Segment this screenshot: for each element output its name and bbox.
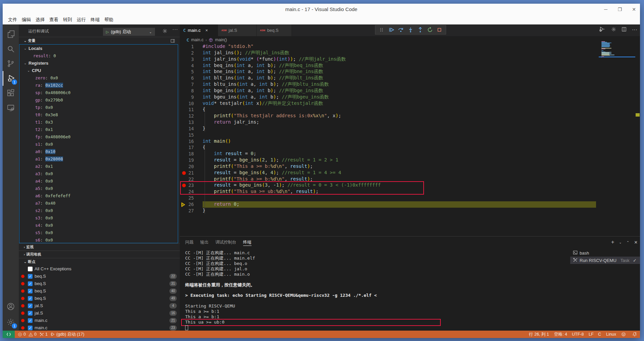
variable-sp[interactable]: sp: 0x408006c0: [19, 89, 178, 96]
menu-3[interactable]: 查看: [47, 15, 61, 24]
variable-s6[interactable]: s6: 0x0: [19, 236, 178, 243]
panel-tab-问题[interactable]: 问题: [185, 236, 194, 248]
tab-jal.S[interactable]: ASMjal.S: [218, 24, 257, 36]
maximize-panel-icon[interactable]: ⌃: [627, 241, 629, 244]
menu-1[interactable]: 编辑: [19, 15, 33, 24]
feedback-icon[interactable]: [621, 331, 626, 338]
variable-t0[interactable]: t0: 0x3e8: [19, 111, 178, 118]
tree-group-Locals[interactable]: ⌄Locals: [19, 45, 178, 52]
activity-settings-icon[interactable]: 1: [3, 315, 19, 330]
menu-6[interactable]: 终端: [88, 15, 102, 24]
section-callstack[interactable]: › 调用堆栈: [19, 251, 180, 258]
breakpoint-item[interactable]: ✓beq.S22: [19, 273, 180, 280]
notifications-bell-icon[interactable]: [632, 331, 637, 338]
breakpoint-item[interactable]: ✓main.c23: [19, 324, 180, 331]
breakpoint-checkbox[interactable]: ✓: [28, 289, 33, 293]
step-over-icon[interactable]: [397, 26, 404, 33]
tab-beq.S[interactable]: ASMbeq.S: [257, 24, 292, 36]
menu-4[interactable]: 转到: [61, 15, 74, 24]
more-actions-icon[interactable]: ···: [172, 26, 178, 32]
minimize-button[interactable]: ─: [603, 7, 608, 12]
debug-settings-gear-icon[interactable]: [162, 28, 167, 35]
breakpoint-checkbox[interactable]: ✓: [28, 274, 33, 279]
breakpoint-checkbox[interactable]: ✓: [28, 318, 33, 323]
panel-tab-调试控制台[interactable]: 调试控制台: [215, 236, 236, 248]
settings-gear-icon[interactable]: [611, 27, 616, 33]
variable-a6[interactable]: a6: 0xfefefeff: [19, 192, 178, 199]
terminal-list-item-bash[interactable]: bash: [570, 249, 640, 257]
code-line-9[interactable]: 9int bgeu_ins(int a, int b); //声明bgeu_in…: [180, 94, 640, 100]
code-line-25[interactable]: 25: [180, 195, 640, 201]
close-panel-icon[interactable]: ✕: [634, 240, 638, 245]
code-line-15[interactable]: 15: [180, 132, 640, 138]
variable-t1[interactable]: t1: 0x3: [19, 118, 178, 126]
eol[interactable]: LF: [589, 331, 594, 338]
titlebar[interactable]: main.c - 17 - Visual Studio Code ─ ❐ ✕: [3, 4, 640, 15]
breakpoint-item[interactable]: ✓beq.S40: [19, 287, 180, 295]
breakpoint-item[interactable]: ✓beq.S49: [19, 295, 180, 302]
code-line-14[interactable]: 14}: [180, 126, 640, 132]
debug-session-indicator[interactable]: (gdb) 启动 (17): [50, 331, 84, 338]
variable-a4[interactable]: a4: 0x0: [19, 177, 178, 185]
activity-extensions-icon[interactable]: [3, 86, 19, 100]
code-line-4[interactable]: 4int beq_ins(int a, int b); //声明beq_ins函…: [180, 63, 640, 69]
code-line-20[interactable]: 20 printf("This a >= b:%d\n", result);: [180, 163, 640, 170]
activity-account-icon[interactable]: [3, 299, 19, 314]
menu-2[interactable]: 选择: [33, 15, 47, 24]
variable-s2[interactable]: s2: 0x0: [19, 207, 178, 214]
code-line-3[interactable]: 3int jalr_ins(void* (*func)(int)); //声明j…: [180, 56, 640, 63]
maximize-button[interactable]: ❐: [617, 7, 623, 12]
language-mode[interactable]: C: [598, 331, 601, 338]
breakpoint-item[interactable]: All C++ Exceptions: [19, 265, 180, 273]
tasks-indicator[interactable]: 1: [40, 331, 48, 338]
code-line-13[interactable]: 13 return jalr_ins;: [180, 119, 640, 126]
variable-zero[interactable]: zero: 0x0: [19, 74, 178, 81]
os-indicator[interactable]: Linux: [606, 331, 616, 338]
panel-tab-终端[interactable]: 终端: [243, 236, 252, 248]
variable-s1[interactable]: s1: 0x0: [19, 140, 178, 148]
breakpoint-checkbox[interactable]: ✓: [28, 303, 33, 308]
code-line-16[interactable]: 16int main(): [180, 138, 640, 145]
step-into-icon[interactable]: [407, 26, 414, 33]
variable-t2[interactable]: t2: 0x1: [19, 126, 178, 133]
new-terminal-icon[interactable]: +: [611, 239, 614, 245]
section-breakpoints[interactable]: ⌄ 断点: [19, 258, 180, 265]
cursor-position[interactable]: 行 26, 列 1: [529, 331, 549, 338]
breakpoint-item[interactable]: ✓jal.S4: [19, 302, 180, 310]
terminal-list-item-Run RISCV-QEMU[interactable]: Run RISCV-QEMUTask✓: [570, 257, 640, 264]
breakpoint-checkbox[interactable]: ✓: [28, 326, 33, 330]
code-line-21[interactable]: 21 result = bge_ins(4, 4); //result = 1 …: [180, 170, 640, 176]
variable-s3[interactable]: s3: 0x0: [19, 214, 178, 221]
start-debug-icon[interactable]: ▷: [106, 30, 109, 34]
encoding[interactable]: UTF-8: [572, 331, 584, 338]
breakpoint-item[interactable]: ✓jal.S16: [19, 310, 180, 317]
code-line-11[interactable]: 11{: [180, 107, 640, 113]
tab-main.c[interactable]: Cmain.c×: [180, 24, 218, 36]
breakpoint-item[interactable]: ✓main.c21: [19, 317, 180, 324]
code-line-8[interactable]: 8int bge_ins(int a, int b); //声明bge_ins函…: [180, 88, 640, 94]
breakpoint-checkbox[interactable]: ✓: [28, 281, 33, 286]
close-tab-icon[interactable]: ×: [205, 28, 208, 33]
launch-config-dropdown[interactable]: ▷ (gdb) 启动 ⌄: [103, 28, 155, 36]
code-line-5[interactable]: 5int bne_ins(int a, int b); //声明bne_ins函…: [180, 69, 640, 75]
code-line-6[interactable]: 6int blt_ins(int a, int b); //声明blt_ins函…: [180, 75, 640, 81]
step-out-icon[interactable]: [417, 26, 424, 33]
code-line-26[interactable]: 26 return 0;: [180, 201, 640, 208]
variable-fp[interactable]: fp: 0x408006e0: [19, 133, 178, 140]
terminal-output[interactable]: CC -[M] 正在构建... main.cCC -[M] 正在构建... ma…: [185, 250, 568, 330]
activity-run-debug-icon[interactable]: 1: [3, 71, 19, 86]
open-panel-icon[interactable]: [170, 39, 175, 43]
code-line-1[interactable]: 1#include "stdio.h": [180, 44, 640, 50]
stop-icon[interactable]: [436, 26, 443, 33]
drag-grip-icon[interactable]: [378, 26, 385, 33]
code-line-12[interactable]: 12 printf("This testjalr address is:0x%x…: [180, 113, 640, 119]
variable-s4[interactable]: s4: 0x0: [19, 221, 178, 229]
warnings-indicator[interactable]: 0: [29, 331, 37, 338]
menu-7[interactable]: 帮助: [102, 15, 116, 24]
code-line-7[interactable]: 7int bltu_ins(int a, int b); //声明bltu_in…: [180, 81, 640, 88]
indentation[interactable]: 空格: 4: [554, 331, 567, 338]
menu-5[interactable]: 运行: [74, 15, 88, 24]
variable-a7[interactable]: a7: 0x40: [19, 199, 178, 207]
code-editor[interactable]: 1#include "stdio.h"2int jal_ins(); //声明j…: [180, 44, 640, 236]
breakpoint-item[interactable]: ✓beq.S31: [19, 280, 180, 287]
